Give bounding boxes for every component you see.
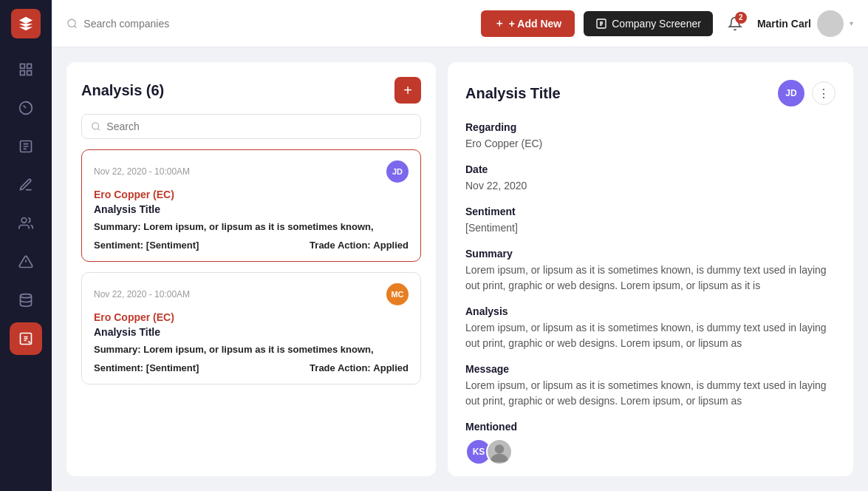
detail-message: Message Lorem ipsum, or lipsum as it is … bbox=[465, 363, 835, 409]
analysis-text: Lorem ipsum, or lipsum as it is sometime… bbox=[465, 320, 835, 351]
svg-rect-3 bbox=[27, 71, 32, 75]
analysis-card-1[interactable]: Nov 22, 2020 - 10:00AM JD Ero Copper (EC… bbox=[81, 149, 421, 262]
detail-regarding: Regarding Ero Copper (EC) bbox=[465, 121, 835, 152]
mentioned-avatar-2 bbox=[486, 438, 513, 465]
detail-date: Date Nov 22, 2020 bbox=[465, 163, 835, 194]
sentiment-value-1: [Sentiment] bbox=[146, 240, 199, 251]
sidebar-item-screener[interactable] bbox=[10, 322, 42, 355]
detail-sentiment: Sentiment [Sentiment] bbox=[465, 206, 835, 236]
card-date-1: Nov 22, 2020 - 10:00AM bbox=[94, 166, 190, 177]
trade-label-1: Trade Action: bbox=[310, 240, 371, 251]
left-panel: Analysis (6) + Nov 22, 2020 - 10:00AM JD… bbox=[66, 62, 436, 476]
avatar bbox=[817, 10, 844, 37]
card-sentiment-2: Sentiment: [Sentiment] bbox=[94, 362, 199, 373]
sentiment-label-1: Sentiment: bbox=[94, 240, 143, 251]
sidebar-item-people[interactable] bbox=[10, 207, 42, 240]
sentiment-value: [Sentiment] bbox=[465, 220, 835, 236]
header: ＋ + Add New Company Screener 2 Martin Ca… bbox=[52, 0, 868, 47]
card-company-2: Ero Copper (EC) bbox=[94, 311, 409, 323]
mentioned-photo-icon bbox=[488, 438, 511, 465]
logo[interactable] bbox=[11, 9, 41, 38]
card-date-2: Nov 22, 2020 - 10:00AM bbox=[94, 289, 190, 299]
main-area: ＋ + Add New Company Screener 2 Martin Ca… bbox=[52, 0, 868, 491]
add-analysis-button[interactable]: + bbox=[394, 77, 421, 104]
notification-button[interactable]: 2 bbox=[722, 10, 748, 37]
sidebar-item-analytics[interactable] bbox=[10, 92, 42, 124]
card-summary-1: Summary: Lorem ipsum, or lipsum as it is… bbox=[94, 221, 409, 232]
screener-label: Company Screener bbox=[612, 18, 701, 30]
avatar-icon bbox=[817, 10, 844, 37]
card-meta-1: Nov 22, 2020 - 10:00AM JD bbox=[94, 160, 409, 183]
card-trade-2: Trade Action: Applied bbox=[310, 362, 409, 373]
detail-analysis: Analysis Lorem ipsum, or lipsum as it is… bbox=[465, 305, 835, 351]
sidebar-item-alerts[interactable] bbox=[10, 246, 42, 278]
user-info[interactable]: Martin Carl ▾ bbox=[757, 10, 853, 37]
card-trade-1: Trade Action: Applied bbox=[310, 240, 409, 251]
summary-label: Summary bbox=[465, 248, 835, 260]
search-icon bbox=[66, 18, 78, 30]
detail-title: Analysis Title bbox=[465, 85, 561, 102]
detail-summary: Summary Lorem ipsum, or lipsum as it is … bbox=[465, 248, 835, 294]
trade-value-2: Applied bbox=[373, 362, 409, 373]
screener-icon bbox=[595, 18, 607, 30]
card-summary-2: Summary: Lorem ipsum, or lipsum as it is… bbox=[94, 344, 409, 355]
sidebar-item-data[interactable] bbox=[10, 284, 42, 316]
user-name: Martin Carl bbox=[757, 18, 811, 30]
date-value: Nov 22, 2020 bbox=[465, 178, 835, 194]
svg-point-9 bbox=[21, 294, 32, 298]
card-avatar-1: JD bbox=[386, 160, 409, 183]
svg-point-15 bbox=[495, 444, 504, 453]
sentiment-label-2: Sentiment: bbox=[94, 362, 143, 373]
detail-avatar: JD bbox=[778, 80, 804, 106]
notification-badge: 2 bbox=[735, 12, 747, 24]
analysis-card-2[interactable]: Nov 22, 2020 - 10:00AM MC Ero Copper (EC… bbox=[81, 272, 421, 385]
analysis-search-box bbox=[81, 114, 421, 139]
card-footer-2: Sentiment: [Sentiment] Trade Action: App… bbox=[94, 362, 409, 373]
summary-text-1: Lorem ipsum, or lipsum as it is sometime… bbox=[143, 221, 373, 232]
panel-header: Analysis (6) + bbox=[81, 77, 421, 104]
filter-search-icon bbox=[91, 121, 100, 132]
sidebar-item-dashboard[interactable] bbox=[10, 53, 42, 86]
add-icon: + bbox=[403, 82, 412, 99]
more-options-button[interactable]: ⋮ bbox=[812, 81, 835, 105]
add-new-button[interactable]: ＋ + Add New bbox=[481, 10, 575, 37]
card-company-1: Ero Copper (EC) bbox=[94, 189, 409, 200]
date-label: Date bbox=[465, 163, 835, 175]
summary-text: Lorem ipsum, or lipsum as it is sometime… bbox=[465, 263, 835, 294]
summary-label-2: Summary: bbox=[94, 344, 141, 355]
mentioned-label: Mentioned bbox=[465, 421, 835, 433]
analysis-label: Analysis bbox=[465, 305, 835, 317]
search-input[interactable] bbox=[83, 18, 472, 30]
card-sentiment-1: Sentiment: [Sentiment] bbox=[94, 240, 199, 251]
message-label: Message bbox=[465, 363, 835, 375]
svg-rect-0 bbox=[21, 64, 25, 69]
trade-label-2: Trade Action: bbox=[310, 362, 371, 373]
trade-value-1: Applied bbox=[373, 240, 409, 251]
sidebar bbox=[0, 0, 52, 491]
add-new-icon: ＋ bbox=[494, 17, 505, 30]
svg-rect-1 bbox=[27, 64, 32, 69]
sidebar-item-notes[interactable] bbox=[10, 169, 42, 201]
search-box bbox=[66, 18, 472, 30]
company-screener-button[interactable]: Company Screener bbox=[584, 11, 713, 36]
card-title-1: Analysis Title bbox=[94, 203, 409, 215]
detail-header: Analysis Title JD ⋮ bbox=[465, 80, 835, 106]
content: Analysis (6) + Nov 22, 2020 - 10:00AM JD… bbox=[52, 47, 868, 491]
regarding-value: Ero Copper (EC) bbox=[465, 136, 835, 152]
mentioned-avatars: KS bbox=[465, 438, 835, 465]
regarding-label: Regarding bbox=[465, 121, 835, 133]
summary-label-1: Summary: bbox=[94, 221, 141, 232]
sidebar-item-reports[interactable] bbox=[10, 130, 42, 163]
analysis-search-input[interactable] bbox=[106, 121, 411, 132]
summary-text-2: Lorem ipsum, or lipsum as it is sometime… bbox=[143, 344, 373, 355]
card-footer-1: Sentiment: [Sentiment] Trade Action: App… bbox=[94, 240, 409, 251]
card-title-2: Analysis Title bbox=[94, 326, 409, 338]
card-avatar-2: MC bbox=[386, 283, 409, 305]
svg-point-6 bbox=[21, 218, 27, 223]
detail-mentioned: Mentioned KS bbox=[465, 421, 835, 465]
ellipsis-icon: ⋮ bbox=[818, 87, 830, 101]
sentiment-label: Sentiment bbox=[465, 206, 835, 217]
sentiment-value-2: [Sentiment] bbox=[146, 362, 199, 373]
detail-actions: JD ⋮ bbox=[778, 80, 835, 106]
svg-point-13 bbox=[825, 16, 835, 26]
